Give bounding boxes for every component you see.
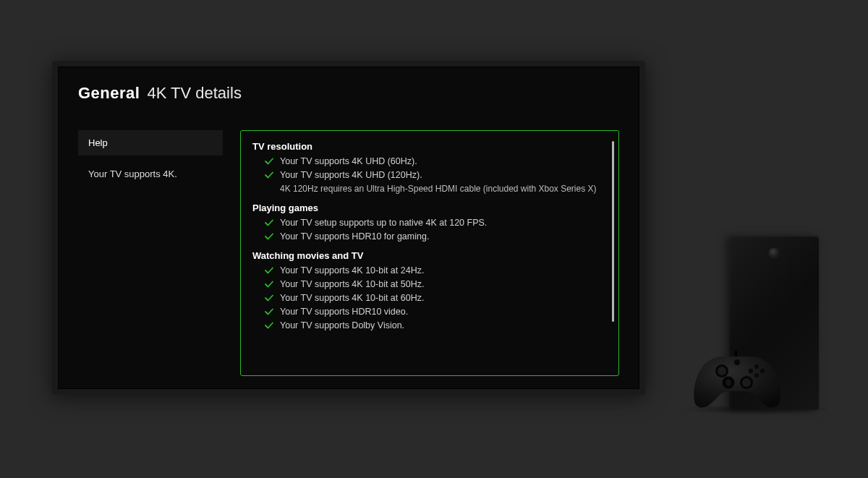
capability-line: Your TV supports 4K 10-bit at 50Hz. [252, 279, 607, 289]
check-icon [264, 279, 274, 289]
check-icon [264, 218, 274, 228]
page-title: General 4K TV details [78, 84, 619, 103]
svg-point-11 [734, 359, 740, 365]
xbox-controller-icon [690, 349, 784, 411]
svg-point-6 [754, 373, 759, 377]
section-title: TV resolution [252, 141, 607, 152]
help-button[interactable]: Help [78, 130, 223, 155]
check-icon [264, 265, 274, 276]
capability-line: Your TV supports HDR10 for gaming. [252, 231, 607, 242]
section-watching: Watching movies and TV Your TV supports … [252, 250, 607, 330]
check-icon [264, 307, 274, 317]
console-image [680, 219, 832, 414]
svg-point-7 [749, 369, 753, 373]
section-note: 4K 120Hz requires an Ultra High-Speed HD… [252, 184, 607, 194]
capability-line: Your TV supports 4K UHD (120Hz). [252, 170, 607, 180]
capability-text: Your TV supports 4K UHD (60Hz). [280, 156, 417, 166]
svg-point-3 [742, 378, 751, 387]
header-light: 4K TV details [147, 84, 241, 103]
capability-line: Your TV supports 4K 10-bit at 60Hz. [252, 293, 607, 303]
header-bold: General [78, 84, 140, 103]
check-icon [264, 170, 274, 180]
capability-line: Your TV supports Dolby Vision. [252, 320, 607, 330]
capability-text: Your TV supports Dolby Vision. [280, 320, 404, 330]
capability-text: Your TV supports HDR10 video. [280, 307, 408, 317]
capability-text: Your TV supports 4K 10-bit at 50Hz. [280, 279, 424, 289]
svg-point-1 [718, 367, 726, 375]
section-title: Watching movies and TV [252, 250, 607, 261]
svg-point-4 [754, 364, 759, 369]
capability-line: Your TV supports 4K UHD (60Hz). [252, 156, 607, 166]
capability-text: Your TV supports 4K 10-bit at 60Hz. [280, 293, 424, 303]
capability-line: Your TV setup supports up to native 4K a… [252, 218, 607, 228]
svg-rect-10 [727, 380, 730, 386]
support-summary: Your TV supports 4K. [78, 168, 223, 179]
svg-point-5 [760, 369, 765, 373]
capability-text: Your TV supports 4K UHD (120Hz). [280, 170, 422, 180]
section-tv-resolution: TV resolution Your TV supports 4K UHD (6… [252, 141, 607, 194]
scrollbar[interactable] [612, 141, 614, 322]
capability-line: Your TV supports HDR10 video. [252, 307, 607, 317]
section-playing-games: Playing games Your TV setup supports up … [252, 202, 607, 242]
tv-settings-screen: General 4K TV details Help Your TV suppo… [52, 61, 645, 395]
check-icon [264, 320, 274, 330]
details-panel[interactable]: TV resolution Your TV supports 4K UHD (6… [240, 130, 619, 376]
check-icon [264, 156, 274, 166]
check-icon [264, 231, 274, 242]
xbox-logo-icon [769, 248, 779, 258]
content-row: Help Your TV supports 4K. TV resolution … [78, 130, 619, 376]
capability-text: Your TV supports HDR10 for gaming. [280, 231, 429, 242]
capability-text: Your TV setup supports up to native 4K a… [280, 218, 487, 228]
capability-text: Your TV supports 4K 10-bit at 24Hz. [280, 265, 424, 276]
left-column: Help Your TV supports 4K. [78, 130, 223, 376]
section-title: Playing games [252, 202, 607, 213]
check-icon [264, 293, 274, 303]
capability-line: Your TV supports 4K 10-bit at 24Hz. [252, 265, 607, 276]
